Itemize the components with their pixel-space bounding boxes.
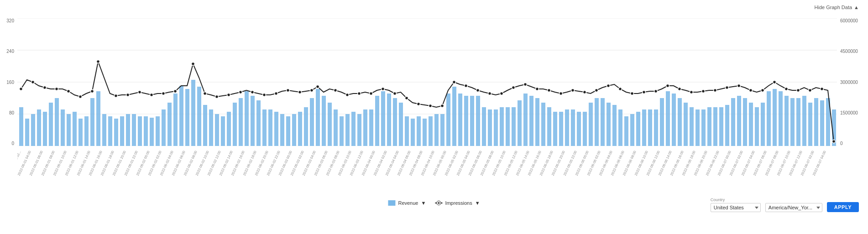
svg-point-188 [559, 92, 563, 95]
svg-rect-129 [755, 107, 759, 146]
timezone-select[interactable]: America/New_Yor...America/ChicagoAmerica… [765, 203, 822, 212]
svg-rect-29 [162, 109, 166, 146]
svg-point-205 [761, 89, 764, 92]
legend-revenue-dropdown[interactable]: ▼ [421, 200, 426, 206]
svg-rect-123 [719, 107, 723, 146]
svg-rect-105 [612, 105, 617, 146]
svg-rect-117 [684, 103, 688, 146]
svg-rect-130 [761, 103, 765, 146]
svg-rect-33 [185, 89, 189, 146]
svg-point-201 [714, 89, 717, 92]
svg-rect-28 [156, 116, 160, 146]
svg-rect-82 [476, 96, 480, 146]
svg-rect-44 [251, 96, 255, 146]
chevron-up-icon: ▲ [854, 5, 859, 10]
svg-point-150 [97, 60, 100, 63]
svg-rect-77 [446, 94, 450, 146]
svg-rect-47 [268, 109, 272, 146]
legend-impressions: Impressions ▼ [435, 200, 480, 206]
svg-point-192 [607, 84, 610, 88]
svg-rect-11 [55, 98, 59, 146]
svg-rect-72 [417, 116, 421, 146]
svg-rect-51 [292, 114, 296, 146]
svg-rect-88 [512, 107, 516, 146]
svg-point-187 [548, 89, 551, 92]
svg-rect-43 [245, 91, 249, 146]
legend-revenue-label: Revenue [398, 200, 418, 206]
apply-button[interactable]: APPLY [827, 202, 859, 212]
svg-rect-73 [423, 119, 427, 146]
svg-point-154 [150, 94, 153, 97]
svg-rect-121 [707, 107, 711, 146]
svg-point-184 [512, 86, 515, 89]
controls: Country United StatesCanadaUnited Kingdo… [711, 198, 859, 212]
svg-rect-114 [666, 91, 670, 146]
svg-rect-127 [743, 98, 747, 146]
svg-rect-128 [749, 103, 753, 146]
country-control-group: Country United StatesCanadaUnited Kingdo… [711, 198, 761, 212]
svg-rect-31 [173, 94, 178, 146]
svg-rect-56 [322, 96, 326, 146]
svg-point-182 [488, 92, 492, 95]
svg-rect-26 [144, 116, 148, 146]
svg-rect-104 [607, 103, 611, 146]
hide-graph-button[interactable]: Hide Graph Data ▲ [815, 5, 859, 10]
svg-rect-64 [369, 109, 373, 146]
svg-rect-71 [411, 119, 415, 146]
svg-rect-63 [363, 109, 367, 146]
svg-point-199 [690, 91, 693, 94]
svg-point-210 [821, 88, 824, 91]
svg-point-147 [67, 90, 70, 93]
svg-rect-120 [701, 109, 706, 146]
y-right-tick-15m: 1500000 [840, 110, 858, 115]
svg-rect-17 [90, 98, 94, 146]
svg-rect-10 [49, 103, 53, 146]
svg-rect-39 [221, 116, 225, 146]
svg-point-180 [465, 84, 468, 88]
svg-rect-70 [405, 116, 409, 146]
svg-rect-23 [126, 114, 130, 146]
svg-rect-75 [434, 114, 439, 146]
svg-rect-18 [96, 91, 100, 146]
svg-rect-134 [784, 96, 789, 146]
svg-rect-116 [678, 98, 682, 146]
svg-rect-53 [304, 107, 308, 146]
svg-rect-79 [458, 94, 462, 146]
y-right-tick-6m: 6000000 [840, 18, 858, 23]
svg-rect-24 [132, 114, 136, 146]
svg-rect-13 [67, 114, 71, 146]
svg-rect-81 [470, 96, 474, 146]
svg-point-148 [79, 95, 82, 99]
svg-text:2022-06-07 04:00: 2022-06-07 04:00 [812, 150, 827, 176]
svg-rect-118 [690, 107, 694, 146]
y-left-tick-160: 160 [6, 80, 14, 85]
svg-rect-99 [577, 112, 581, 146]
svg-point-159 [215, 95, 219, 99]
svg-rect-93 [541, 103, 545, 146]
svg-point-175 [405, 97, 408, 100]
svg-rect-122 [713, 107, 717, 146]
svg-rect-76 [440, 114, 444, 146]
svg-rect-90 [523, 94, 528, 146]
svg-rect-52 [298, 112, 302, 146]
svg-point-157 [192, 62, 195, 66]
svg-rect-126 [737, 96, 741, 146]
svg-rect-59 [340, 116, 344, 146]
svg-rect-15 [78, 119, 83, 146]
country-select[interactable]: United StatesCanadaUnited KingdomAustral… [711, 203, 761, 212]
svg-point-208 [797, 89, 800, 92]
svg-point-156 [174, 90, 177, 93]
svg-rect-6 [25, 119, 29, 146]
svg-rect-107 [624, 116, 628, 146]
svg-point-203 [737, 84, 741, 88]
svg-rect-124 [725, 105, 729, 146]
chart-svg [17, 18, 837, 146]
svg-rect-12 [61, 109, 65, 146]
legend-impressions-dropdown[interactable]: ▼ [475, 200, 480, 206]
svg-rect-83 [482, 107, 486, 146]
chart-container: Hide Graph Data ▲ 320 240 160 80 0 60000… [0, 0, 868, 234]
svg-rect-85 [494, 109, 498, 146]
y-axis-left: 320 240 160 80 0 [0, 18, 16, 146]
svg-rect-46 [262, 109, 267, 146]
svg-point-167 [310, 89, 314, 92]
